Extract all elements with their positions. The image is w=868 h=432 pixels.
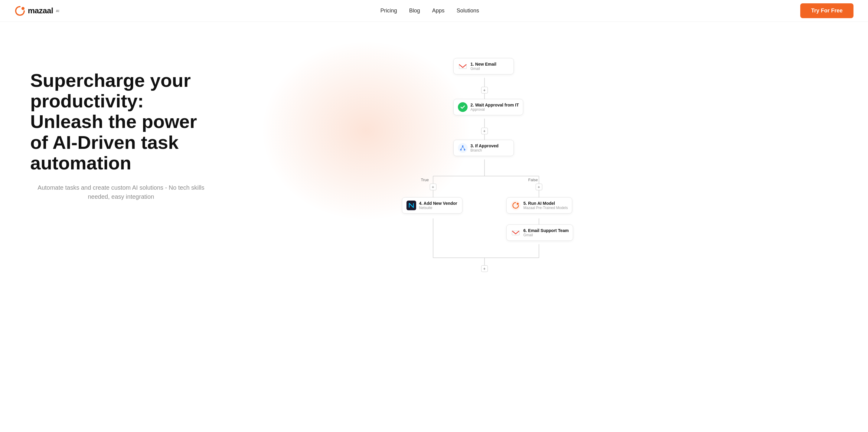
node-6-sub: Gmail	[524, 233, 569, 237]
node-4-sub: Netsuite	[419, 206, 457, 210]
plus-bottom[interactable]: +	[481, 265, 488, 272]
node-5-title: 5. Run AI Model	[524, 201, 568, 206]
branch-icon	[458, 143, 468, 153]
node-2-title: 2. Wait Approval from IT	[471, 102, 519, 107]
nav-solutions[interactable]: Solutions	[457, 7, 479, 14]
node-3-sub: Branch	[471, 148, 499, 152]
node-1-title: 1. New Email	[471, 62, 497, 67]
node-5-sub: Mazaal Pre-Trained Models	[524, 206, 568, 210]
svg-point-19	[460, 149, 462, 151]
netsuite-icon	[406, 200, 416, 210]
nav-links: Pricing Blog Apps Solutions	[380, 7, 479, 14]
navbar: mazaalAI Pricing Blog Apps Solutions Try…	[0, 0, 868, 22]
svg-point-18	[462, 146, 463, 147]
svg-point-20	[464, 149, 465, 151]
gmail-icon-6	[511, 228, 521, 238]
gmail-icon-1	[458, 61, 468, 71]
branch-true-label: True	[421, 178, 429, 182]
plus-1[interactable]: +	[481, 87, 488, 93]
plus-false[interactable]: +	[536, 184, 542, 190]
logo[interactable]: mazaalAI	[14, 5, 59, 16]
node-4[interactable]: 4. Add New Vendor Netsuite	[402, 197, 462, 214]
nav-blog[interactable]: Blog	[409, 7, 420, 14]
workflow-diagram: 1. New Email Gmail + 2. Wait Approval fr…	[391, 22, 868, 432]
nav-pricing[interactable]: Pricing	[380, 7, 397, 14]
hero-section: Supercharge your productivity: Unleash t…	[0, 22, 868, 432]
nav-apps[interactable]: Apps	[432, 7, 444, 14]
node-6[interactable]: 6. Email Support Team Gmail	[506, 224, 574, 241]
svg-line-22	[463, 147, 465, 149]
plus-true[interactable]: +	[430, 184, 436, 190]
node-2-sub: Approval	[471, 107, 519, 112]
svg-point-24	[517, 203, 519, 205]
node-3[interactable]: 3. If Approved Branch	[453, 140, 514, 156]
node-1-sub: Gmail	[471, 67, 497, 71]
node-3-title: 3. If Approved	[471, 144, 499, 148]
node-1[interactable]: 1. New Email Gmail	[453, 58, 514, 74]
workflow-canvas: 1. New Email Gmail + 2. Wait Approval fr…	[391, 40, 868, 432]
svg-rect-25	[511, 228, 521, 238]
hero-heading: Supercharge your productivity: Unleash t…	[30, 70, 212, 173]
approval-icon	[458, 102, 468, 112]
node-5[interactable]: 5. Run AI Model Mazaal Pre-Trained Model…	[506, 197, 572, 214]
svg-point-0	[22, 7, 25, 10]
plus-2[interactable]: +	[481, 128, 488, 134]
hero-left: Supercharge your productivity: Unleash t…	[0, 22, 212, 219]
logo-icon	[14, 5, 25, 16]
svg-line-21	[461, 147, 463, 149]
logo-text: mazaal	[28, 6, 53, 16]
hero-sub: Automate tasks and create custom AI solu…	[30, 183, 212, 201]
node-6-title: 6. Email Support Team	[524, 228, 569, 233]
branch-false-label: False	[528, 178, 538, 182]
try-for-free-button[interactable]: Try For Free	[800, 3, 854, 18]
logo-ai: AI	[56, 9, 59, 13]
node-4-title: 4. Add New Vendor	[419, 201, 457, 206]
mazaal-icon	[511, 200, 521, 210]
node-2[interactable]: 2. Wait Approval from IT Approval	[453, 99, 524, 115]
